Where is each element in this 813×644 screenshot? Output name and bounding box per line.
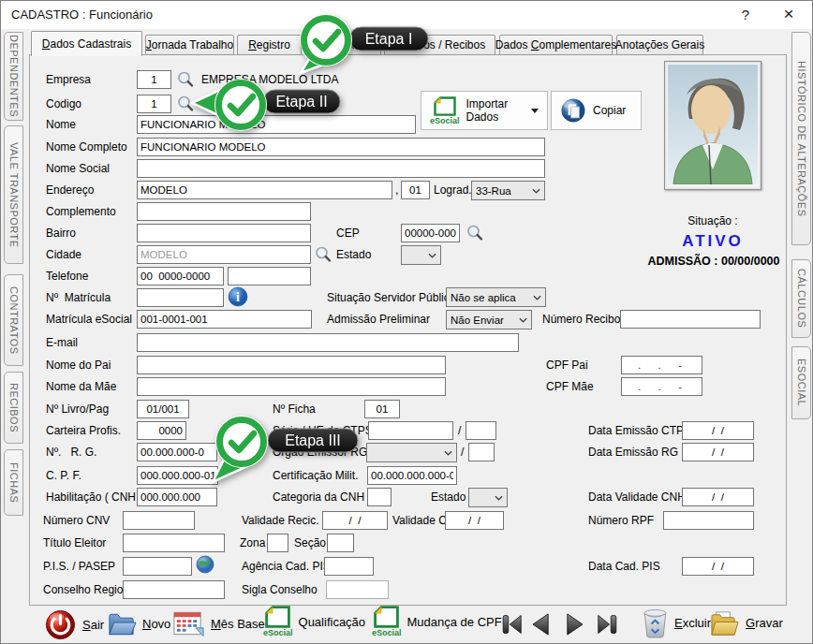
nome-mae-input[interactable] <box>137 377 446 396</box>
telefone2-input[interactable] <box>228 267 311 285</box>
data-cad-pis-input[interactable] <box>682 557 754 576</box>
cidade-lookup-icon[interactable] <box>314 245 333 264</box>
estado-select[interactable] <box>401 245 441 265</box>
telefone-label: Telefone <box>46 270 88 283</box>
nav-previous-button[interactable] <box>527 609 554 639</box>
nav-next-button[interactable] <box>561 609 588 639</box>
cnh-input[interactable] <box>137 488 217 506</box>
zona-input[interactable] <box>267 534 288 552</box>
titulo-eleitor-input[interactable] <box>123 534 225 552</box>
pis-input[interactable] <box>123 557 192 576</box>
cep-input[interactable] <box>401 224 460 242</box>
chevron-down-icon <box>533 295 541 300</box>
qualificacao-button[interactable]: eSocial Qualificação <box>263 606 365 637</box>
cert-milit-input[interactable] <box>367 466 457 485</box>
data-cad-pis-label: Data Cad. PIS <box>588 560 660 573</box>
livro-pag-input[interactable] <box>137 400 189 418</box>
nome-social-label: Nome Social <box>46 162 110 175</box>
tab-dados-complementares[interactable]: Dados Complementares <box>499 35 613 55</box>
endereco-input[interactable] <box>137 181 392 199</box>
orgao-rg-uf-input[interactable] <box>468 443 495 461</box>
sidebar-tab-historico-alteracoes[interactable]: HISTÓRICO DE ALTERAÇÕES <box>791 32 811 245</box>
globe-icon[interactable] <box>196 555 214 574</box>
nav-last-button[interactable] <box>594 609 619 639</box>
tab-anotacoes-gerais[interactable]: Anotações Gerais <box>616 35 703 55</box>
data-emissao-rg-input[interactable] <box>682 443 754 461</box>
endereco-numero-input[interactable] <box>401 181 430 199</box>
secao-input[interactable] <box>327 534 354 552</box>
novo-button[interactable]: Novo <box>106 609 170 637</box>
help-button[interactable]: ? <box>733 5 758 25</box>
sigla-conselho-input[interactable] <box>326 580 389 599</box>
nome-social-input[interactable] <box>137 159 545 178</box>
tab-registro[interactable]: Registro <box>237 35 302 55</box>
sidebar-tab-recibos[interactable]: RECIBOS <box>4 372 23 444</box>
cpf-pai-label: CPF Pai <box>546 359 588 372</box>
lograd-select[interactable]: 33-Rua <box>471 181 545 200</box>
nav-first-button[interactable] <box>500 609 525 639</box>
numero-cnv-input[interactable] <box>123 511 195 530</box>
conselho-input[interactable] <box>123 580 225 599</box>
estado-cnh-select[interactable] <box>468 488 508 507</box>
cpf-mae-input[interactable] <box>621 377 702 396</box>
complemento-input[interactable] <box>137 202 311 221</box>
sidebar-tab-contratos[interactable]: CONTRATOS <box>4 274 23 366</box>
mudanca-cpf-button[interactable]: eSocial Mudança de CPF <box>372 606 502 637</box>
close-button[interactable]: × <box>776 5 801 25</box>
orgao-emissor-rg-select[interactable] <box>366 443 457 462</box>
ficha-input[interactable] <box>364 400 400 418</box>
data-validade-cnh-input[interactable] <box>682 488 754 506</box>
sidebar-tab-fichas[interactable]: FICHAS <box>4 449 23 516</box>
cpf-pai-input[interactable] <box>621 356 702 374</box>
empresa-label: Empresa <box>46 73 91 86</box>
employee-photo[interactable] <box>664 61 761 190</box>
data-emissao-rg-label: Data Emissão RG <box>588 446 678 459</box>
gravar-button[interactable]: Gravar <box>709 608 783 637</box>
matricula-input[interactable] <box>137 288 224 307</box>
cidade-input[interactable] <box>137 245 311 264</box>
numero-rpf-input[interactable] <box>663 511 754 530</box>
validade-cnv-input[interactable] <box>445 511 504 530</box>
cep-label: CEP <box>336 227 360 240</box>
nome-pai-input[interactable] <box>137 356 446 374</box>
categoria-cnh-input[interactable] <box>367 488 392 506</box>
sair-button[interactable]: Sair <box>44 608 104 641</box>
mes-base-button[interactable]: Mês Base <box>172 609 265 637</box>
nome-completo-input[interactable] <box>137 138 545 156</box>
matricula-esocial-label: Matrícula eSocial <box>46 313 132 326</box>
situacao-servidor-select[interactable]: Não se aplica <box>446 287 546 307</box>
numero-recibo-input[interactable] <box>620 310 761 329</box>
empresa-input[interactable] <box>137 70 171 89</box>
codigo-input[interactable] <box>137 95 171 113</box>
esocial-icon: eSocial <box>430 96 460 125</box>
data-emissao-ctps-input[interactable] <box>682 421 754 440</box>
endereco-comma: , <box>395 183 398 197</box>
carteira-label: Carteira Profis. <box>46 424 121 437</box>
secao-label: Seção <box>294 536 326 549</box>
power-icon <box>44 608 77 641</box>
matricula-esocial-input[interactable] <box>137 310 312 329</box>
bairro-input[interactable] <box>137 224 311 242</box>
excluir-button[interactable]: Excluir <box>642 607 711 638</box>
uf-ctps-input[interactable] <box>466 421 496 440</box>
importar-dados-button[interactable]: eSocial Importar Dados <box>421 91 548 130</box>
tab-jornada-trabalho[interactable]: Jornada Trabalho <box>145 35 234 55</box>
tab-dados-cadastrais[interactable]: Dados Cadastrais <box>31 31 142 56</box>
copiar-button[interactable]: Copiar <box>551 91 642 130</box>
sidebar-tab-esocial[interactable]: ESOCIAL <box>791 346 811 419</box>
sidebar-tab-calculos[interactable]: CÁLCULOS <box>791 259 811 338</box>
admissao-preliminar-select[interactable]: Não Enviar <box>446 310 532 329</box>
numero-rpf-label: Número RPF <box>588 514 654 527</box>
endereco-label: Endereço <box>46 183 94 197</box>
email-input[interactable] <box>137 333 519 352</box>
sidebar-tab-dependentes[interactable]: DEPENDENTES <box>4 32 23 121</box>
serie-ctps-input[interactable] <box>368 421 453 440</box>
info-icon[interactable]: i <box>228 286 248 307</box>
cep-lookup-icon[interactable] <box>466 224 484 242</box>
agencia-pis-input[interactable] <box>324 557 374 576</box>
carteira-input[interactable] <box>137 421 186 440</box>
zona-label: Zona <box>240 536 265 549</box>
telefone1-input[interactable] <box>137 267 224 285</box>
validade-recic-cnv-input[interactable] <box>322 511 388 530</box>
sidebar-tab-vale-transporte[interactable]: VALE TRANSPORTE <box>4 125 23 264</box>
